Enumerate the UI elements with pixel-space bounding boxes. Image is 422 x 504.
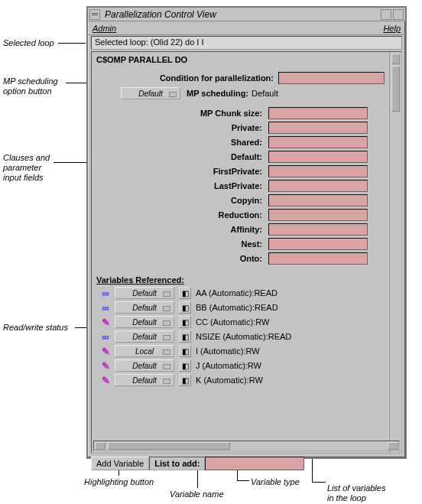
rw-status-icon: ∞ <box>96 288 115 299</box>
highlight-button[interactable]: ◧ <box>179 374 191 386</box>
clause-input[interactable] <box>268 238 368 250</box>
clause-block: MP Chunk size:Private:Shared:Default:Fir… <box>188 102 385 269</box>
clause-input[interactable] <box>268 252 368 265</box>
variable-text: CC (Automatic):RW <box>196 317 269 327</box>
clause-label: Onto: <box>190 254 268 263</box>
horizontal-scrollbar[interactable] <box>93 441 400 451</box>
clause-row: Onto: <box>190 252 382 265</box>
menu-help[interactable]: Help <box>383 24 401 33</box>
scroll-right-icon[interactable] <box>388 442 398 450</box>
highlight-button[interactable]: ◧ <box>179 345 191 357</box>
clause-input[interactable] <box>268 194 368 206</box>
highlight-button[interactable]: ◧ <box>179 359 191 372</box>
clause-label: Nest: <box>190 239 268 249</box>
annot-varlist: List of variables in the loop <box>327 483 385 503</box>
clause-input[interactable] <box>268 136 368 148</box>
clause-input[interactable] <box>268 180 368 192</box>
clause-row: Affinity: <box>190 223 382 236</box>
menu-admin[interactable]: Admin <box>93 24 116 33</box>
variable-text: J (Automatic):RW <box>196 361 261 370</box>
variable-text: K (Automatic):RW <box>196 376 263 385</box>
annot-varname: Variable name <box>170 489 224 499</box>
main-window: Parallelization Control View Admin Help … <box>86 6 407 459</box>
annot-rw: Read/write status <box>3 323 68 333</box>
sysmenu-icon[interactable] <box>89 9 100 20</box>
clause-input[interactable] <box>268 209 368 221</box>
variable-row: ∞Default◧NSIZE (Automatic):READ <box>96 330 385 343</box>
body-panel: C$OMP PARALLEL DO Condition for parallel… <box>91 51 402 454</box>
clause-row: Nest: <box>190 238 382 250</box>
variable-text: I (Automatic):RW <box>196 346 260 356</box>
menubar: Admin Help <box>88 21 405 35</box>
scroll-thumb-h[interactable] <box>108 442 230 450</box>
highlight-button[interactable]: ◧ <box>179 316 191 328</box>
rw-status-icon: ✎ <box>96 346 115 357</box>
list-to-add-input[interactable] <box>205 457 304 470</box>
variable-row: ✎Local◧I (Automatic):RW <box>96 345 385 357</box>
mp-scheduling-button[interactable]: Default <box>121 87 180 99</box>
highlight-button[interactable]: ◧ <box>179 330 191 343</box>
scope-button[interactable]: Default <box>115 359 174 372</box>
window-title: Parallelization Control View <box>105 9 379 20</box>
mp-scheduling-label: MP scheduling: <box>187 89 248 98</box>
clause-input[interactable] <box>268 122 368 134</box>
clause-label: Copyin: <box>190 196 268 205</box>
clause-label: Affinity: <box>190 225 268 234</box>
footer-row: Add Variable List to add: <box>91 457 402 470</box>
highlight-button[interactable]: ◧ <box>179 301 191 314</box>
annot-line <box>312 482 326 483</box>
annot-mp-button: MP scheduling option button <box>3 76 58 96</box>
clause-row: Reduction: <box>190 209 382 221</box>
rw-status-icon: ∞ <box>96 331 115 343</box>
variable-text: BB (Automatic):READ <box>196 303 278 312</box>
list-to-add-label: List to add: <box>149 457 205 470</box>
clause-input[interactable] <box>268 151 368 163</box>
clause-input[interactable] <box>268 165 368 177</box>
selected-loop-field: Selected loop: (Olid 22) do I I <box>91 36 402 50</box>
clause-label: MP Chunk size: <box>190 109 268 118</box>
rw-status-icon: ✎ <box>96 375 115 386</box>
clause-label: Shared: <box>190 138 268 147</box>
rw-status-icon: ✎ <box>96 360 115 372</box>
mp-scheduling-value: Default <box>252 89 278 98</box>
titlebar[interactable]: Parallelization Control View <box>88 8 405 21</box>
maximize-button[interactable] <box>393 9 404 20</box>
annot-hilite: Highlighting button <box>84 477 154 487</box>
clause-row: Private: <box>190 122 382 134</box>
scope-button[interactable]: Default <box>115 301 174 314</box>
clause-label: Reduction: <box>190 210 268 219</box>
add-variable-button[interactable]: Add Variable <box>91 457 149 470</box>
variable-row: ✎Default◧K (Automatic):RW <box>96 374 385 386</box>
clause-label: Default: <box>190 152 268 161</box>
vertical-scrollbar[interactable] <box>389 52 401 453</box>
minimize-button[interactable] <box>381 9 391 20</box>
clause-row: Default: <box>190 151 382 163</box>
annot-line <box>237 480 249 481</box>
scope-button[interactable]: Default <box>115 330 174 343</box>
clause-row: MP Chunk size: <box>190 107 382 119</box>
highlight-button[interactable]: ◧ <box>179 287 191 299</box>
variable-row: ∞Default◧AA (Automatic):READ <box>96 287 385 299</box>
clause-row: LastPrivate: <box>190 180 382 192</box>
content-area: C$OMP PARALLEL DO Condition for parallel… <box>92 52 389 441</box>
scope-button[interactable]: Default <box>115 316 174 328</box>
clause-label: Private: <box>190 123 268 132</box>
clause-label: FirstPrivate: <box>190 167 268 176</box>
scroll-thumb[interactable] <box>391 66 400 112</box>
condition-label: Condition for parallelization: <box>96 73 278 83</box>
scroll-left-icon[interactable] <box>95 442 106 450</box>
clause-input[interactable] <box>268 223 368 236</box>
rw-status-icon: ∞ <box>96 302 115 314</box>
scope-button[interactable]: Default <box>115 374 174 386</box>
scope-button[interactable]: Local <box>115 345 174 357</box>
variable-row: ✎Default◧J (Automatic):RW <box>96 359 385 372</box>
clause-input[interactable] <box>268 107 368 119</box>
condition-input[interactable] <box>278 72 385 84</box>
scope-button[interactable]: Default <box>115 287 174 299</box>
scroll-up-icon[interactable] <box>391 54 400 64</box>
clause-label: LastPrivate: <box>190 181 268 190</box>
vars-header: Variables Referenced: <box>96 275 385 285</box>
clause-row: Copyin: <box>190 194 382 206</box>
variable-text: AA (Automatic):READ <box>196 288 278 298</box>
annot-clauses: Clauses and parameter input fields <box>3 153 50 184</box>
